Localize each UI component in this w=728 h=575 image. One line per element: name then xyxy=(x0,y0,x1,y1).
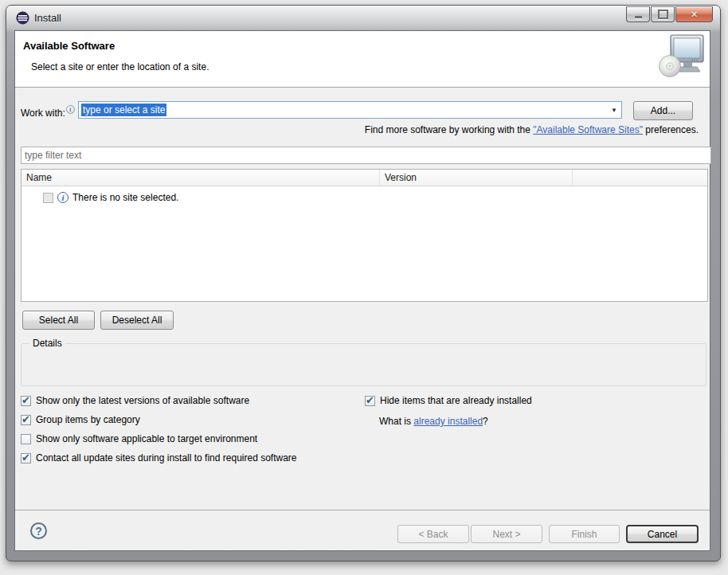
column-header-empty xyxy=(573,170,707,186)
page-title: Available Software xyxy=(23,40,115,52)
option-label: Show only the latest versions of availab… xyxy=(36,395,249,406)
window-title: Install xyxy=(34,12,61,24)
site-combo[interactable]: type or select a site ▼ xyxy=(78,101,622,119)
back-button[interactable]: < Back xyxy=(397,525,469,543)
already-installed-link[interactable]: already installed xyxy=(413,416,483,427)
checkbox[interactable] xyxy=(21,396,31,406)
chevron-down-icon[interactable]: ▼ xyxy=(611,107,617,114)
close-button[interactable]: ✕ xyxy=(675,6,713,22)
option-label: Show only software applicable to target … xyxy=(36,433,257,444)
option-contact-update-sites[interactable]: Contact all update sites during install … xyxy=(21,452,297,464)
install-software-icon xyxy=(657,33,705,81)
window-controls: ✕ xyxy=(626,6,713,22)
checkbox[interactable] xyxy=(21,453,31,464)
details-group: Details xyxy=(21,343,706,386)
checkbox[interactable] xyxy=(365,396,375,406)
site-combo-value: type or select a site xyxy=(81,104,166,116)
install-dialog-window: Install ✕ Available Software Select a si… xyxy=(6,5,721,561)
row-checkbox[interactable] xyxy=(43,193,53,203)
title-bar[interactable]: Install ✕ xyxy=(6,6,720,30)
option-label: Contact all update sites during install … xyxy=(36,452,297,464)
maximize-icon xyxy=(658,10,668,19)
maximize-button[interactable] xyxy=(651,6,675,22)
add-button[interactable]: Add... xyxy=(633,101,693,120)
eclipse-icon xyxy=(16,11,29,25)
option-group-by-category[interactable]: Group items by category xyxy=(21,414,140,425)
finish-button[interactable]: Finish xyxy=(549,525,620,543)
dialog-header: Available Software Select a site or ente… xyxy=(15,31,710,88)
filter-input[interactable] xyxy=(21,147,711,164)
info-bubble-icon: i xyxy=(66,105,75,114)
find-more-text: Find more software by working with the "… xyxy=(365,124,699,135)
option-latest-versions[interactable]: Show only the latest versions of availab… xyxy=(21,395,249,406)
option-label: Hide items that are already installed xyxy=(380,395,532,406)
next-button[interactable]: Next > xyxy=(471,525,542,543)
work-with-label: Work with:i xyxy=(21,105,75,119)
select-all-button[interactable]: Select All xyxy=(22,311,95,330)
footer-separator xyxy=(15,510,710,510)
option-target-environment[interactable]: Show only software applicable to target … xyxy=(21,433,257,444)
info-icon: i xyxy=(57,192,68,203)
minimize-button[interactable] xyxy=(626,6,650,22)
table-row[interactable]: i There is no site selected. xyxy=(43,192,707,203)
dialog-content: Available Software Select a site or ente… xyxy=(14,30,710,551)
table-header: Name Version xyxy=(22,170,707,186)
column-header-name[interactable]: Name xyxy=(22,170,380,186)
page-subtitle: Select a site or enter the location of a… xyxy=(31,61,209,72)
close-icon: ✕ xyxy=(691,8,698,21)
no-site-selected-text: There is no site selected. xyxy=(72,192,178,203)
help-icon[interactable]: ? xyxy=(30,522,47,539)
option-hide-installed[interactable]: Hide items that are already installed xyxy=(365,395,532,406)
software-table[interactable]: Name Version i There is no site selected… xyxy=(21,169,708,302)
minimize-icon xyxy=(635,16,642,18)
what-is-text: What is already installed? xyxy=(379,416,488,427)
details-label: Details xyxy=(29,338,65,349)
deselect-all-button[interactable]: Deselect All xyxy=(100,311,174,330)
column-header-version[interactable]: Version xyxy=(380,170,573,186)
option-label: Group items by category xyxy=(36,414,140,425)
checkbox[interactable] xyxy=(21,415,31,425)
available-software-sites-link[interactable]: "Available Software Sites" xyxy=(533,124,643,135)
cancel-button[interactable]: Cancel xyxy=(626,525,699,543)
checkbox[interactable] xyxy=(21,434,31,444)
